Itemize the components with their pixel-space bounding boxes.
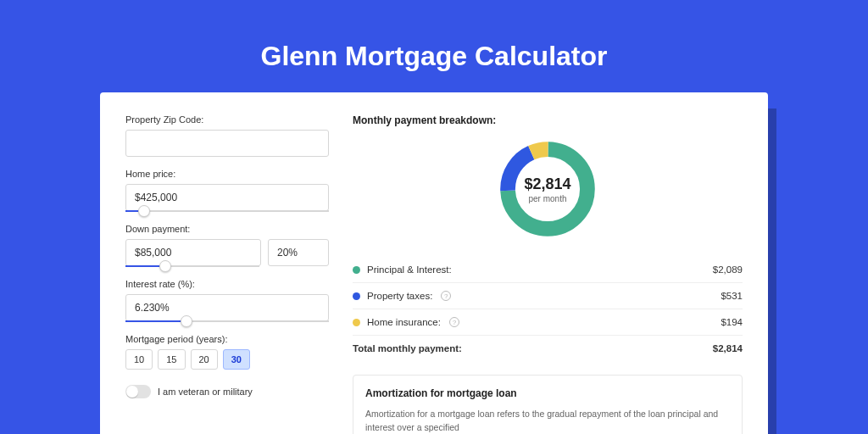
legend-label: Home insurance: [367, 317, 441, 327]
donut-sub: per month [524, 194, 570, 203]
amortization-title: Amortization for mortgage loan [365, 387, 730, 399]
down-payment-input[interactable] [125, 239, 261, 266]
period-20-button[interactable]: 20 [191, 349, 218, 370]
donut-amount: $2,814 [524, 175, 570, 193]
period-10-button[interactable]: 10 [125, 349, 153, 370]
breakdown-title: Monthly payment breakdown: [353, 114, 743, 126]
dot-icon [353, 292, 360, 300]
period-field: Mortgage period (years): 10 15 20 30 [125, 334, 329, 370]
down-payment-slider[interactable] [125, 265, 259, 267]
donut-chart-wrap: $2,814 per month [353, 136, 743, 242]
veteran-toggle-row: I am veteran or military [125, 385, 329, 398]
interest-input[interactable] [125, 294, 329, 321]
interest-field: Interest rate (%): [125, 279, 329, 322]
legend-row-principal: Principal & Interest: $2,089 [353, 257, 743, 283]
toggle-knob [126, 386, 138, 398]
calculator-card: Property Zip Code: Home price: Down paym… [100, 92, 768, 434]
period-15-button[interactable]: 15 [158, 349, 185, 370]
slider-thumb[interactable] [181, 315, 192, 327]
home-price-slider[interactable] [125, 210, 329, 212]
form-column: Property Zip Code: Home price: Down paym… [125, 114, 329, 434]
veteran-label: I am veteran or military [158, 387, 253, 397]
slider-thumb[interactable] [159, 260, 171, 272]
slider-thumb[interactable] [138, 205, 150, 217]
legend-label: Principal & Interest: [367, 264, 452, 275]
legend-row-insurance: Home insurance: ? $194 [353, 309, 743, 336]
legend-value: $2,089 [713, 264, 743, 275]
home-price-field: Home price: [125, 169, 329, 212]
page-title: Glenn Mortgage Calculator [0, 0, 868, 92]
period-label: Mortgage period (years): [125, 334, 329, 344]
amortization-card: Amortization for mortgage loan Amortizat… [353, 375, 743, 434]
donut-center: $2,814 per month [524, 175, 570, 203]
breakdown-column: Monthly payment breakdown: $2,814 per mo… [353, 114, 743, 434]
help-icon[interactable]: ? [441, 291, 451, 301]
home-price-label: Home price: [125, 169, 329, 179]
veteran-toggle[interactable] [125, 385, 151, 398]
home-price-input[interactable] [125, 184, 329, 211]
amortization-text: Amortization for a mortgage loan refers … [365, 408, 730, 434]
down-payment-label: Down payment: [125, 224, 329, 234]
card-shadow [768, 108, 776, 434]
legend-row-total: Total monthly payment: $2,814 [353, 336, 743, 361]
legend-value: $531 [721, 291, 743, 301]
donut-chart: $2,814 per month [495, 136, 600, 242]
interest-slider[interactable] [125, 320, 329, 322]
legend-label: Property taxes: [367, 291, 432, 301]
interest-label: Interest rate (%): [125, 279, 329, 289]
down-payment-pct-input[interactable] [268, 239, 329, 266]
zip-input[interactable] [125, 130, 329, 157]
legend-label: Total monthly payment: [353, 343, 462, 353]
zip-label: Property Zip Code: [125, 114, 329, 125]
down-payment-field: Down payment: [125, 224, 329, 267]
legend-value: $194 [721, 317, 743, 327]
dot-icon [353, 319, 360, 326]
period-30-button[interactable]: 30 [223, 349, 250, 370]
dot-icon [353, 266, 360, 274]
legend-value: $2,814 [713, 343, 743, 353]
legend-row-taxes: Property taxes: ? $531 [353, 283, 743, 309]
zip-field: Property Zip Code: [125, 114, 329, 157]
help-icon[interactable]: ? [449, 317, 459, 327]
